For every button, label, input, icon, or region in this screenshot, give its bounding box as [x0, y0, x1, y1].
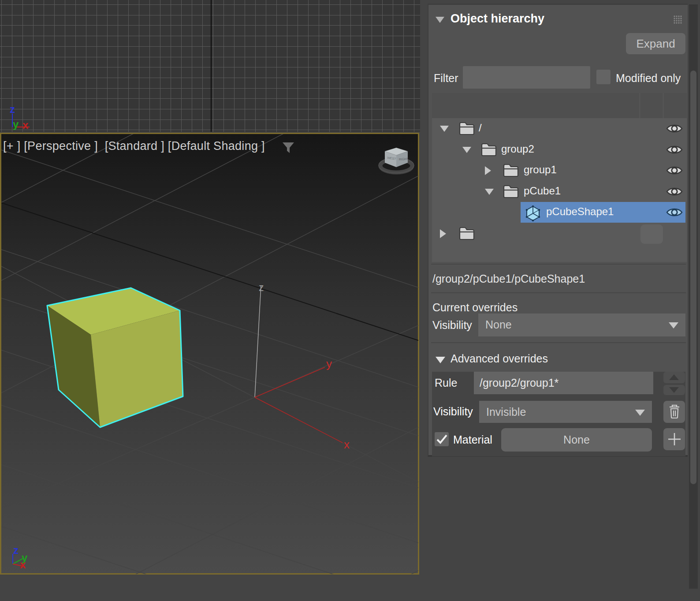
- filter-label: Filter: [434, 71, 458, 85]
- svg-text:z: z: [259, 282, 264, 293]
- object-hierarchy-panel: Object hierarchy Expand Filter Modified …: [428, 4, 688, 457]
- row-button-placeholder[interactable]: [640, 224, 663, 244]
- tree-item-label: group2: [501, 143, 534, 155]
- arrow-up-icon: [669, 374, 679, 380]
- svg-text:y: y: [13, 118, 19, 130]
- arrow-down-icon: [669, 387, 679, 393]
- delete-rule-button[interactable]: [663, 401, 685, 423]
- chevron-down-icon: [635, 410, 645, 416]
- visibility-eye-icon[interactable]: [666, 164, 683, 178]
- axis-gizmo: z y x: [8, 100, 39, 132]
- selected-cube-mesh: [47, 288, 183, 427]
- visibility-label: Visibility: [432, 319, 472, 332]
- svg-text:x: x: [344, 438, 350, 451]
- tree-row-empty[interactable]: [432, 223, 687, 244]
- tree-row-pCubeShape1[interactable]: pCubeShape1: [432, 202, 687, 223]
- viewport-perspective[interactable]: z y x [+ ] [Perspective ] [Standard ] [D…: [0, 133, 419, 575]
- folder-icon: [458, 121, 475, 137]
- rule-value: /group2/group1*: [480, 377, 559, 389]
- tree-item-label: pCubeShape1: [546, 205, 614, 218]
- expander-down-icon[interactable]: [440, 126, 449, 132]
- rule-label: Rule: [435, 377, 457, 389]
- visibility-label: Visibility: [433, 405, 473, 418]
- visibility-value: None: [485, 318, 512, 331]
- svg-text:z: z: [13, 544, 19, 556]
- tree-row-/[interactable]: /: [432, 118, 687, 139]
- advanced-overrides-heading: Advanced overrides: [451, 352, 548, 365]
- perspective-grid: z y x: [1, 134, 418, 574]
- tree-item-label: /: [479, 122, 482, 134]
- viewport-orthographic[interactable]: z y x: [0, 0, 420, 132]
- advanced-overrides-group: Rule /group2/group1* Visibility Invisibl…: [432, 372, 685, 456]
- current-overrides-heading: Current overrides: [432, 301, 518, 314]
- viewport-header-label[interactable]: [+ ] [Perspective ] [Standard ] [Default…: [3, 139, 265, 153]
- visibility-eye-icon[interactable]: [666, 123, 683, 136]
- override-visibility-dropdown[interactable]: Invisible: [479, 401, 652, 423]
- tree-row-group2[interactable]: group2: [432, 139, 687, 160]
- panel-title: Object hierarchy: [451, 12, 544, 26]
- selected-path: /group2/pCube1/pCubeShape1: [432, 273, 585, 285]
- svg-text:x: x: [22, 119, 29, 131]
- axis-gizmo: z y x: [7, 543, 38, 575]
- svg-text:z: z: [10, 103, 15, 115]
- panel-collapse-icon[interactable]: [436, 17, 444, 23]
- plus-icon: [667, 432, 682, 447]
- panel-scrollbar-thumb[interactable]: [690, 71, 696, 484]
- tree-row-group1[interactable]: group1: [432, 160, 687, 181]
- expander-down-icon[interactable]: [462, 147, 471, 153]
- filter-funnel-icon[interactable]: [282, 142, 295, 154]
- material-none-button[interactable]: None: [501, 428, 652, 452]
- visibility-eye-icon[interactable]: [666, 144, 683, 157]
- modified-only-checkbox[interactable]: [596, 70, 611, 84]
- folder-icon: [458, 226, 475, 242]
- material-label: Material: [453, 433, 492, 446]
- rule-input[interactable]: /group2/group1*: [474, 372, 653, 394]
- panel-menu-dots-icon[interactable]: [673, 15, 682, 24]
- chevron-down-icon: [669, 322, 678, 328]
- filter-input[interactable]: [463, 66, 590, 89]
- expander-down-icon[interactable]: [485, 189, 494, 195]
- panel-scrollbar[interactable]: [689, 4, 698, 589]
- visibility-dropdown[interactable]: None: [478, 314, 685, 336]
- visibility-eye-icon[interactable]: [666, 186, 683, 199]
- advanced-collapse-icon[interactable]: [436, 357, 445, 363]
- move-rule-up-button[interactable]: [663, 372, 685, 383]
- material-checkbox[interactable]: [435, 432, 449, 446]
- expand-button[interactable]: Expand: [626, 33, 685, 54]
- modified-only-label: Modified only: [616, 71, 681, 85]
- tree-header: [432, 93, 687, 118]
- tree-item-label: pCube1: [524, 185, 561, 197]
- move-rule-down-button[interactable]: [663, 385, 685, 395]
- world-axis-line: [211, 0, 212, 132]
- expander-right-icon[interactable]: [440, 229, 446, 238]
- trash-icon: [667, 404, 681, 420]
- expander-right-icon[interactable]: [485, 166, 491, 175]
- svg-text:x: x: [20, 559, 26, 571]
- visibility-eye-icon[interactable]: [666, 206, 683, 220]
- override-visibility-value: Invisible: [486, 406, 526, 418]
- view-cube-gizmo[interactable]: RIGHT WEST: [372, 144, 421, 181]
- folder-icon: [503, 184, 519, 200]
- add-rule-button[interactable]: [663, 428, 685, 450]
- folder-icon: [480, 142, 497, 158]
- svg-text:y: y: [326, 357, 332, 370]
- mesh-cube-icon: [525, 205, 541, 224]
- tree-item-label: group1: [524, 164, 557, 176]
- folder-icon: [503, 163, 519, 179]
- hierarchy-tree: /group2group1pCube1pCubeShape1: [432, 93, 687, 262]
- tree-row-pCube1[interactable]: pCube1: [432, 181, 687, 202]
